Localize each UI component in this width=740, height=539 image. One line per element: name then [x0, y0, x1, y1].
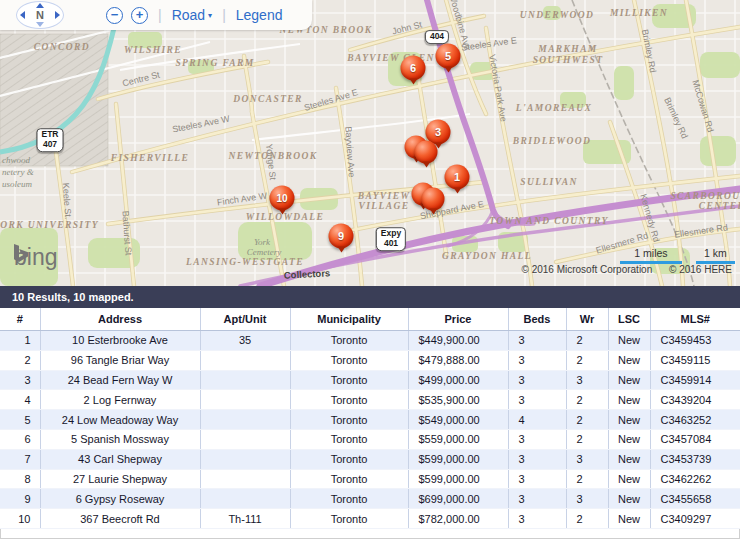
mls-map-search-window: CONCORDWILSHIRESPRING FARMNEWTON BROOKBA… — [0, 0, 740, 539]
cell: 3 — [508, 489, 566, 509]
cell: Th-111 — [200, 509, 290, 529]
map-pin-10[interactable]: 10 — [270, 186, 295, 211]
column-header-apt-unit: Apt/Unit — [200, 308, 290, 331]
cell: 5 — [0, 410, 40, 430]
cell: Toronto — [290, 429, 408, 449]
cell: 3 — [508, 370, 566, 390]
cell: New — [608, 489, 650, 509]
map-canvas[interactable]: CONCORDWILSHIRESPRING FARMNEWTON BROOKBA… — [0, 0, 740, 286]
cell: C3439204 — [650, 390, 740, 410]
cell: C3463252 — [650, 410, 740, 430]
cell: 9 — [0, 489, 40, 509]
table-row-3[interactable]: 324 Bead Fern Way WToronto$499,000.0033N… — [0, 370, 740, 390]
cell: $449,900.00 — [408, 331, 508, 351]
column-header-price: Price — [408, 308, 508, 331]
cell: 3 — [566, 370, 608, 390]
cell: Toronto — [290, 410, 408, 430]
cell: New — [608, 449, 650, 469]
table-row-2[interactable]: 296 Tangle Briar WayToronto$479,888.0032… — [0, 350, 740, 370]
map-pin[interactable] — [415, 141, 438, 164]
cell: $535,900.00 — [408, 390, 508, 410]
cell: Toronto — [290, 331, 408, 351]
cell: Toronto — [290, 469, 408, 489]
table-row-5[interactable]: 524 Low Meadoway WayToronto$549,000.0042… — [0, 410, 740, 430]
cell: 43 Carl Shepway — [40, 449, 200, 469]
column-header-wr: Wr — [566, 308, 608, 331]
cell: 3 — [0, 370, 40, 390]
cell: 4 — [0, 390, 40, 410]
cell: Toronto — [290, 370, 408, 390]
cell: $479,888.00 — [408, 350, 508, 370]
cell: New — [608, 350, 650, 370]
cell: C3457084 — [650, 429, 740, 449]
cell: C3459914 — [650, 370, 740, 390]
cell: 2 — [566, 331, 608, 351]
map-pin-1[interactable]: 1 — [445, 165, 470, 190]
cell: 3 — [508, 429, 566, 449]
cell: 2 Log Fernway — [40, 390, 200, 410]
cell: C3455658 — [650, 489, 740, 509]
column-header-address: Address — [40, 308, 200, 331]
compass-up-arrow-icon[interactable] — [36, 3, 44, 8]
cell: Toronto — [290, 449, 408, 469]
cell: 2 — [0, 350, 40, 370]
legend-button[interactable]: Legend — [236, 7, 283, 23]
table-row-1[interactable]: 110 Esterbrooke Ave35Toronto$449,900.003… — [0, 331, 740, 351]
table-row-8[interactable]: 827 Laurie ShepwayToronto$599,000.0032Ne… — [0, 469, 740, 489]
cell: Toronto — [290, 350, 408, 370]
cell: Toronto — [290, 509, 408, 529]
cell: 27 Laurie Shepway — [40, 469, 200, 489]
cell: 8 — [0, 469, 40, 489]
cell — [200, 429, 290, 449]
cell: 367 Beecroft Rd — [40, 509, 200, 529]
table-row-9[interactable]: 96 Gypsy RosewayToronto$699,000.0033NewC… — [0, 489, 740, 509]
compass-right-arrow-icon[interactable] — [55, 11, 60, 19]
cell: 10 Esterbrooke Ave — [40, 331, 200, 351]
table-row-10[interactable]: 10367 Beecroft RdTh-111Toronto$782,000.0… — [0, 509, 740, 529]
highway-shield: ETR407 — [37, 128, 64, 152]
cell: C3409297 — [650, 509, 740, 529]
bing-logo[interactable]: bing — [12, 244, 57, 271]
cell — [200, 410, 290, 430]
cell — [200, 469, 290, 489]
cell: Toronto — [290, 390, 408, 410]
cell: 4 — [508, 410, 566, 430]
results-table: #AddressApt/UnitMunicipalityPriceBedsWrL… — [0, 308, 740, 529]
cell: 24 Low Meadoway Way — [40, 410, 200, 430]
cell: 6 — [0, 429, 40, 449]
cell: C3453739 — [650, 449, 740, 469]
cell: 5 Spanish Mossway — [40, 429, 200, 449]
cell: New — [608, 331, 650, 351]
column-header-municipality: Municipality — [290, 308, 408, 331]
copyright-here: © 2016 HERE — [669, 264, 732, 275]
cell: 6 Gypsy Roseway — [40, 489, 200, 509]
cell — [200, 350, 290, 370]
map-pin-9[interactable]: 9 — [329, 224, 354, 249]
cell: 3 — [508, 509, 566, 529]
zoom-out-button[interactable]: − — [106, 7, 123, 24]
compass-control[interactable]: N — [16, 1, 64, 29]
cell: 2 — [566, 410, 608, 430]
map-style-dropdown[interactable]: Road▾ — [172, 7, 212, 23]
compass-left-arrow-icon[interactable] — [20, 11, 25, 19]
cell: 3 — [508, 350, 566, 370]
map-pin[interactable] — [422, 188, 445, 211]
map-toolbar: N − + | Road▾ | Legend — [0, 0, 312, 30]
cell: New — [608, 429, 650, 449]
cell: C3459115 — [650, 350, 740, 370]
map-pin-5[interactable]: 5 — [436, 44, 461, 69]
table-row-6[interactable]: 65 Spanish MosswayToronto$559,000.0032Ne… — [0, 429, 740, 449]
cell: New — [608, 469, 650, 489]
map-pin-6[interactable]: 6 — [401, 56, 426, 81]
table-row-4[interactable]: 42 Log FernwayToronto$535,900.0032NewC34… — [0, 390, 740, 410]
cell: 2 — [566, 429, 608, 449]
scale-km-label: 1 km — [696, 247, 735, 259]
table-row-7[interactable]: 743 Carl ShepwayToronto$599,000.0033NewC… — [0, 449, 740, 469]
zoom-in-button[interactable]: + — [131, 7, 148, 24]
cell: 3 — [508, 469, 566, 489]
cell: Toronto — [290, 489, 408, 509]
cell: $549,000.00 — [408, 410, 508, 430]
cell: 2 — [566, 509, 608, 529]
compass-down-arrow-icon[interactable] — [36, 22, 44, 27]
cell: 3 — [566, 489, 608, 509]
